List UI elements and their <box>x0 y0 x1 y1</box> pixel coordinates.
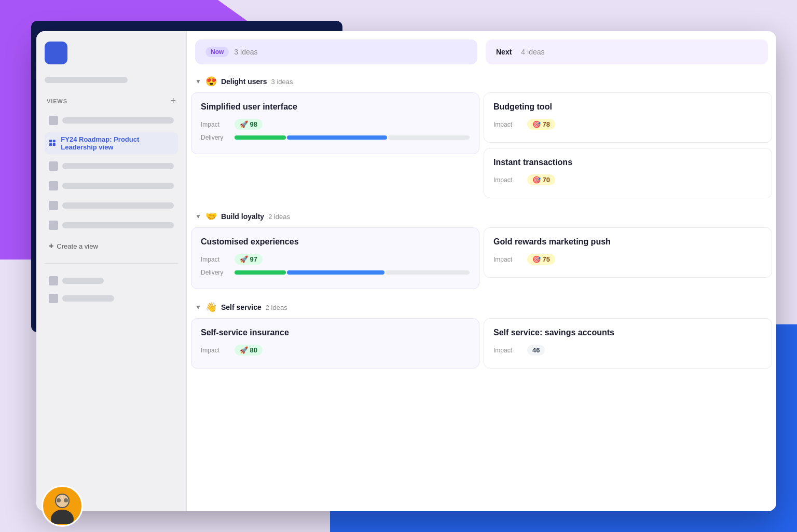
loyalty-ideas-row: Customised experiences Impact 🚀 97 Deliv… <box>187 227 776 294</box>
sidebar-bottom-icon-1 <box>49 276 58 285</box>
idea-card-customised-exp[interactable]: Customised experiences Impact 🚀 97 Deliv… <box>191 227 479 289</box>
impact-field-budgeting: Impact 🎯 78 <box>493 119 762 130</box>
delivery-gray-customised <box>386 270 470 275</box>
idea-card-instant-transactions[interactable]: Instant transactions Impact 🎯 70 <box>484 148 772 198</box>
impact-field-self-service-insurance: Impact 🚀 80 <box>201 345 470 356</box>
idea-card-savings-accounts[interactable]: Self service: savings accounts Impact 46 <box>484 318 772 369</box>
impact-field-instant: Impact 🎯 70 <box>493 174 762 185</box>
delivery-label-simplified-ui: Delivery <box>201 134 229 141</box>
create-view-button[interactable]: + Create a view <box>45 237 178 255</box>
group-chevron-self-service[interactable]: ▼ <box>195 304 201 311</box>
delivery-field-simplified-ui: Delivery <box>201 134 470 141</box>
sidebar-bottom-icon-2 <box>49 294 58 303</box>
svg-point-5 <box>51 510 74 524</box>
sidebar-bar-2 <box>62 163 174 169</box>
group-emoji-delight: 😍 <box>205 76 217 87</box>
group-title-self-service: Self service <box>221 303 262 311</box>
sidebar-item-1[interactable] <box>45 113 178 128</box>
next-count: 4 ideas <box>521 48 544 56</box>
sidebar-item-5[interactable] <box>45 217 178 233</box>
impact-label-budgeting: Impact <box>493 121 522 128</box>
now-count: 3 ideas <box>234 48 257 56</box>
sidebar: VIEWS + FY24 Roadmap: Product Leadership… <box>36 31 187 511</box>
impact-field-simplified-ui: Impact 🚀 98 <box>201 119 470 130</box>
app-window: VIEWS + FY24 Roadmap: Product Leadership… <box>36 31 776 511</box>
sidebar-bottom-item-1[interactable] <box>45 274 178 288</box>
group-title-delight: Delight users <box>221 77 267 86</box>
impact-label-savings: Impact <box>493 347 522 354</box>
now-column-header: Now 3 ideas <box>195 39 477 64</box>
delivery-green-customised <box>235 270 286 275</box>
idea-card-simplified-ui[interactable]: Simplified user interface Impact 🚀 98 De… <box>191 92 479 154</box>
sidebar-bar-3 <box>62 183 174 189</box>
col-left-loyalty: Customised experiences Impact 🚀 97 Deliv… <box>191 227 479 294</box>
impact-field-gold: Impact 🎯 75 <box>493 254 762 265</box>
impact-label-simplified-ui: Impact <box>201 121 229 128</box>
group-build-loyalty: ▼ 🤝 Build loyalty 2 ideas <box>187 203 776 227</box>
delivery-field-customised: Delivery <box>201 269 470 276</box>
sidebar-bar-4 <box>62 202 174 209</box>
col-right-delight: Budgeting tool Impact 🎯 78 Instant trans… <box>484 92 772 203</box>
idea-card-gold-rewards[interactable]: Gold rewards marketing push Impact 🎯 75 <box>484 227 772 278</box>
sidebar-item-active[interactable]: FY24 Roadmap: Product Leadership view <box>45 132 178 154</box>
avatar-person-icon <box>44 488 80 524</box>
group-chevron-loyalty[interactable]: ▼ <box>195 213 201 220</box>
sidebar-item-3[interactable] <box>45 178 178 194</box>
column-headers: Now 3 ideas Next 4 ideas <box>187 31 776 69</box>
impact-badge-simplified-ui: 🚀 98 <box>235 119 263 130</box>
sidebar-bottom-bar-1 <box>62 278 104 284</box>
idea-title-budgeting-tool: Budgeting tool <box>493 102 762 112</box>
delivery-bar-customised <box>235 270 470 275</box>
group-chevron-delight[interactable]: ▼ <box>195 78 201 85</box>
impact-label-gold: Impact <box>493 256 522 263</box>
sidebar-placeholder-1 <box>45 77 128 83</box>
sidebar-item-4[interactable] <box>45 198 178 213</box>
sidebar-views-header: VIEWS + <box>45 89 178 108</box>
col-right-loyalty: Gold rewards marketing push Impact 🎯 75 <box>484 227 772 294</box>
delivery-label-customised: Delivery <box>201 269 229 276</box>
impact-badge-savings: 46 <box>527 345 545 356</box>
group-header-delight: ▼ 😍 Delight users 3 ideas <box>191 69 772 92</box>
group-header-self-service: ▼ 👋 Self service 2 ideas <box>191 294 772 318</box>
sidebar-bottom-items <box>45 274 178 305</box>
impact-label-customised: Impact <box>201 256 229 263</box>
main-content: Now 3 ideas Next 4 ideas ▼ 😍 Delight use… <box>187 31 776 511</box>
idea-title-gold-rewards: Gold rewards marketing push <box>493 237 762 247</box>
group-count-self-service: 2 ideas <box>266 304 287 311</box>
sidebar-item-icon-1 <box>49 116 58 125</box>
idea-card-self-service-insurance[interactable]: Self-service insurance Impact 🚀 80 <box>191 318 479 369</box>
idea-title-savings-accounts: Self service: savings accounts <box>493 328 762 337</box>
self-service-ideas-row: Self-service insurance Impact 🚀 80 Self … <box>187 318 776 374</box>
group-count-loyalty: 2 ideas <box>268 213 290 221</box>
group-title-loyalty: Build loyalty <box>221 212 264 221</box>
svg-rect-2 <box>49 143 52 146</box>
sidebar-divider <box>45 263 178 264</box>
idea-card-budgeting-tool[interactable]: Budgeting tool Impact 🎯 78 <box>484 92 772 143</box>
create-view-label: Create a view <box>57 242 98 250</box>
sidebar-bar-5 <box>62 222 174 228</box>
sidebar-bottom-bar-2 <box>62 295 114 302</box>
idea-title-simplified-ui: Simplified user interface <box>201 102 470 112</box>
delivery-blue-customised <box>287 270 385 275</box>
sidebar-active-label: FY24 Roadmap: Product Leadership view <box>61 135 174 151</box>
col-left-delight: Simplified user interface Impact 🚀 98 De… <box>191 92 479 203</box>
sidebar-bottom-item-2[interactable] <box>45 292 178 305</box>
next-label: Next <box>496 48 512 56</box>
delivery-gray-simplified-ui <box>388 135 470 140</box>
now-badge: Now <box>205 47 229 57</box>
sidebar-item-icon-4 <box>49 201 58 210</box>
impact-field-savings: Impact 46 <box>493 345 762 356</box>
avatar <box>42 485 83 527</box>
group-header-loyalty: ▼ 🤝 Build loyalty 2 ideas <box>191 203 772 227</box>
grid-icon <box>49 139 57 148</box>
impact-label-self-service-insurance: Impact <box>201 347 229 354</box>
sidebar-item-2[interactable] <box>45 158 178 174</box>
app-logo <box>45 42 67 64</box>
impact-badge-gold: 🎯 75 <box>527 254 555 265</box>
idea-title-customised-exp: Customised experiences <box>201 237 470 247</box>
sidebar-add-view-icon[interactable]: + <box>170 96 176 106</box>
svg-rect-1 <box>53 140 56 142</box>
delivery-green-simplified-ui <box>235 135 286 140</box>
impact-badge-instant: 🎯 70 <box>527 174 555 185</box>
idea-title-self-service-insurance: Self-service insurance <box>201 328 470 337</box>
